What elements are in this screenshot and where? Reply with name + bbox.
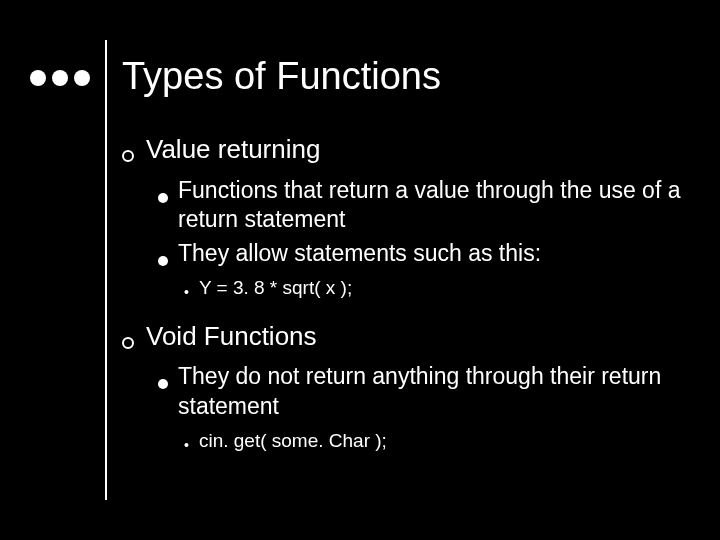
code-example: cin. get( some. Char ); xyxy=(199,428,387,455)
section-void-functions: Void Functions They do not return anythi… xyxy=(122,320,692,455)
list-item: • cin. get( some. Char ); xyxy=(184,428,692,455)
slide-content: Types of Functions Value returning Funct… xyxy=(122,55,692,473)
outline-level-2: Functions that return a value through th… xyxy=(122,176,692,270)
code-example: Y = 3. 8 * sqrt( x ); xyxy=(199,275,352,302)
dot-icon xyxy=(74,70,90,86)
filled-circle-icon xyxy=(158,256,168,266)
hollow-circle-icon xyxy=(122,337,134,349)
bullet-text: Functions that return a value through th… xyxy=(178,176,692,236)
vertical-divider xyxy=(105,40,107,500)
outline-level-2: They do not return anything through thei… xyxy=(122,362,692,422)
square-dot-icon: • xyxy=(184,285,189,299)
dot-icon xyxy=(30,70,46,86)
filled-circle-icon xyxy=(158,379,168,389)
section-value-returning: Value returning Functions that return a … xyxy=(122,133,692,302)
hollow-circle-icon xyxy=(122,150,134,162)
decor-dots xyxy=(30,70,90,86)
filled-circle-icon xyxy=(158,193,168,203)
outline-level-3: • Y = 3. 8 * sqrt( x ); xyxy=(122,275,692,302)
section-heading-row: Void Functions xyxy=(122,320,692,353)
outline-level-3: • cin. get( some. Char ); xyxy=(122,428,692,455)
section-heading-row: Value returning xyxy=(122,133,692,166)
slide-title: Types of Functions xyxy=(122,55,692,98)
dot-icon xyxy=(52,70,68,86)
bullet-text: They allow statements such as this: xyxy=(178,239,541,269)
list-item: Functions that return a value through th… xyxy=(158,176,692,236)
list-item: They allow statements such as this: xyxy=(158,239,692,269)
section-heading: Void Functions xyxy=(146,320,317,353)
bullet-text: They do not return anything through thei… xyxy=(178,362,692,422)
list-item: They do not return anything through thei… xyxy=(158,362,692,422)
square-dot-icon: • xyxy=(184,438,189,452)
outline-level-1: Value returning Functions that return a … xyxy=(122,133,692,455)
section-heading: Value returning xyxy=(146,133,320,166)
list-item: • Y = 3. 8 * sqrt( x ); xyxy=(184,275,692,302)
